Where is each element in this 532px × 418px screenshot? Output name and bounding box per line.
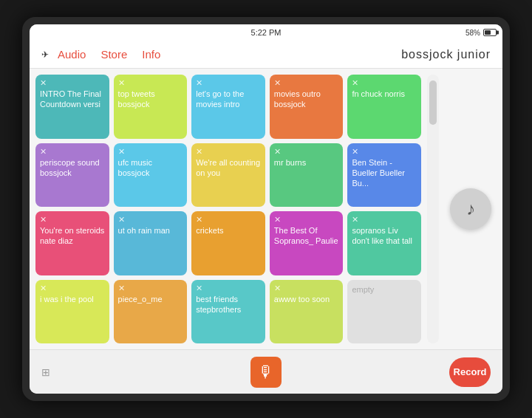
music-button[interactable]: ♪: [450, 188, 491, 230]
status-icons: 58%: [466, 29, 497, 37]
tile-close-icon-17[interactable]: ✕: [196, 284, 261, 292]
tile-close-icon-2[interactable]: ✕: [196, 79, 261, 87]
tile-label-18: awww too soon: [274, 294, 339, 304]
tile-close-icon-18[interactable]: ✕: [274, 284, 339, 292]
bottom-bar: ⊞ 🎙 Record: [30, 349, 502, 394]
tile-close-icon-13[interactable]: ✕: [274, 216, 339, 224]
tile-close-icon-16[interactable]: ✕: [118, 284, 183, 292]
sound-tile-1[interactable]: ✕top tweets bossjock: [114, 75, 188, 139]
sound-tile-10[interactable]: ✕You're on steroids nate diaz: [35, 211, 109, 275]
right-panel: ♪: [445, 75, 497, 343]
tile-label-15: i was i the pool: [40, 294, 105, 304]
sound-tile-4[interactable]: ✕fn chuck norris: [347, 75, 421, 139]
tile-label-7: We're all counting on you: [196, 157, 261, 179]
mic-icon: 🎙: [258, 363, 274, 382]
tile-close-icon-3[interactable]: ✕: [274, 79, 339, 87]
tile-close-icon-12[interactable]: ✕: [196, 216, 261, 224]
grid-icon: ⊞: [41, 366, 50, 378]
tile-label-9: Ben Stein - Bueller Bueller Bu...: [352, 157, 417, 189]
sound-tile-2[interactable]: ✕let's go to the movies intro: [191, 75, 265, 139]
music-note-icon: ♪: [466, 199, 475, 219]
tile-close-icon-9[interactable]: ✕: [352, 148, 417, 156]
menu-bar: ✈ Audio Store Info bossjock junior: [30, 41, 502, 69]
tile-label-16: piece_o_me: [118, 294, 183, 304]
sound-grid: ✕INTRO The Final Countdown versi✕top twe…: [35, 75, 421, 343]
sound-tile-6[interactable]: ✕ufc music bossjock: [114, 143, 188, 208]
sound-tile-15[interactable]: ✕i was i the pool: [35, 280, 109, 344]
tile-close-icon-7[interactable]: ✕: [196, 148, 261, 156]
tile-label-12: crickets: [196, 225, 261, 236]
tile-label-1: top tweets bossjock: [118, 89, 183, 110]
screen: 5:22 PM 58% ✈ Audio Store Info bossjock …: [30, 24, 502, 394]
sound-tile-16[interactable]: ✕piece_o_me: [114, 280, 188, 344]
tile-label-4: fn chuck norris: [352, 89, 417, 99]
tile-label-8: mr burns: [274, 157, 339, 168]
tile-label-14: sopranos Liv don't like that tall: [352, 225, 417, 247]
sound-tile-7[interactable]: ✕We're all counting on you: [191, 143, 265, 208]
record-label: Record: [454, 366, 487, 377]
tile-label-13: The Best Of Sopranos_ Paulie: [274, 225, 339, 247]
sound-tile-17[interactable]: ✕best friends stepbrothers: [191, 280, 265, 344]
tile-close-icon-15[interactable]: ✕: [40, 284, 105, 292]
status-bar: 5:22 PM 58%: [30, 24, 502, 41]
tile-close-icon-14[interactable]: ✕: [352, 216, 417, 224]
record-button[interactable]: Record: [449, 357, 491, 387]
sound-tile-5[interactable]: ✕periscope sound bossjock: [35, 143, 109, 208]
tile-label-3: movies outro bossjock: [274, 89, 339, 110]
sound-tile-0[interactable]: ✕INTRO The Final Countdown versi: [35, 75, 109, 139]
tile-close-icon-11[interactable]: ✕: [118, 216, 183, 224]
tile-label-19: empty: [352, 284, 417, 295]
airplane-icon: ✈: [41, 49, 49, 60]
sound-tile-9[interactable]: ✕Ben Stein - Bueller Bueller Bu...: [347, 143, 421, 208]
scroll-area[interactable]: [427, 75, 439, 343]
sound-tile-13[interactable]: ✕The Best Of Sopranos_ Paulie: [270, 211, 344, 275]
sound-tile-14[interactable]: ✕sopranos Liv don't like that tall: [347, 211, 421, 275]
main-content: ✕INTRO The Final Countdown versi✕top twe…: [30, 69, 502, 349]
sound-tile-19[interactable]: empty: [347, 280, 421, 344]
sound-tile-8[interactable]: ✕mr burns: [270, 143, 344, 208]
info-menu[interactable]: Info: [142, 48, 160, 61]
scroll-thumb: [429, 80, 437, 125]
app-title: bossjock junior: [401, 48, 491, 61]
battery-icon: [483, 29, 497, 36]
sound-tile-12[interactable]: ✕crickets: [191, 211, 265, 275]
status-time: 5:22 PM: [251, 28, 282, 37]
sound-tile-3[interactable]: ✕movies outro bossjock: [270, 75, 344, 139]
tile-close-icon-4[interactable]: ✕: [352, 79, 417, 87]
sound-tile-11[interactable]: ✕ut oh rain man: [114, 211, 188, 275]
tile-close-icon-10[interactable]: ✕: [40, 216, 105, 224]
tile-label-2: let's go to the movies intro: [196, 89, 261, 110]
tile-close-icon-5[interactable]: ✕: [40, 148, 105, 156]
store-menu[interactable]: Store: [100, 48, 127, 61]
tile-label-10: You're on steroids nate diaz: [40, 225, 105, 247]
tile-close-icon-1[interactable]: ✕: [118, 79, 183, 87]
tile-label-11: ut oh rain man: [118, 225, 183, 236]
tile-label-17: best friends stepbrothers: [196, 294, 261, 315]
tile-label-5: periscope sound bossjock: [40, 157, 105, 179]
tile-label-0: INTRO The Final Countdown versi: [40, 89, 105, 110]
mic-button[interactable]: 🎙: [250, 357, 282, 388]
device-frame: 5:22 PM 58% ✈ Audio Store Info bossjock …: [22, 17, 510, 401]
tile-label-6: ufc music bossjock: [118, 157, 183, 179]
tile-close-icon-0[interactable]: ✕: [40, 79, 105, 87]
tile-close-icon-8[interactable]: ✕: [274, 148, 339, 156]
tile-close-icon-6[interactable]: ✕: [118, 148, 183, 156]
sound-tile-18[interactable]: ✕awww too soon: [270, 280, 344, 344]
battery-percent: 58%: [466, 29, 480, 37]
audio-menu[interactable]: Audio: [58, 48, 86, 61]
